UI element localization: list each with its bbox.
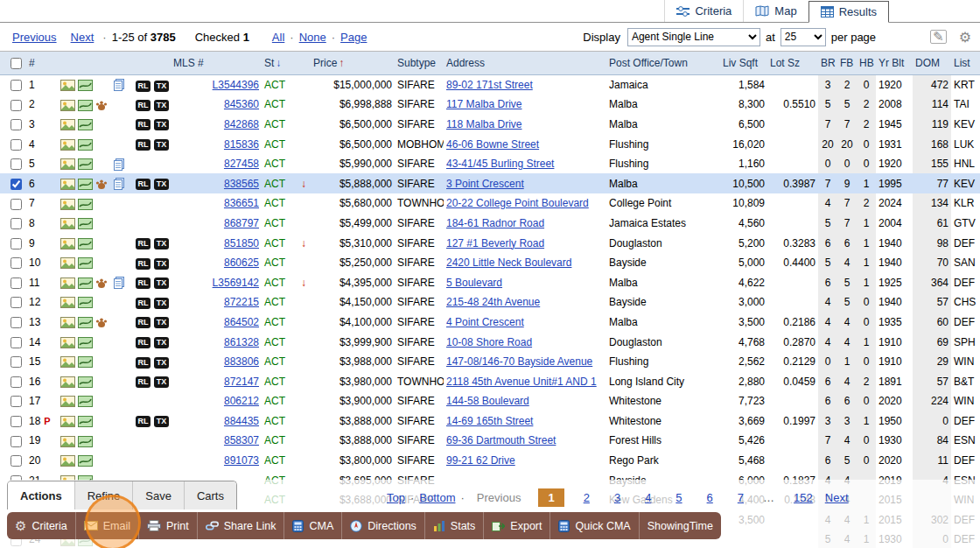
tab-results[interactable]: Results <box>808 1 889 23</box>
virtual-tour-icon[interactable] <box>78 100 93 111</box>
mls-link[interactable]: 883806 <box>224 355 259 368</box>
footer-tab-save[interactable]: Save <box>132 481 184 509</box>
documents-icon[interactable] <box>113 178 126 190</box>
virtual-tour-icon[interactable] <box>78 297 93 308</box>
virtual-tour-icon[interactable] <box>78 218 93 229</box>
address-link[interactable]: 10-08 Shore Road <box>446 336 532 348</box>
row-checkbox[interactable] <box>10 297 22 308</box>
rl-badge[interactable]: RL <box>136 179 150 190</box>
address-link[interactable]: 14-69 165th Street <box>446 415 533 427</box>
footer-tab-carts[interactable]: Carts <box>184 481 236 509</box>
select-none-link[interactable]: None <box>299 31 326 44</box>
virtual-tour-icon[interactable] <box>78 317 93 328</box>
share-link-button[interactable]: Share Link <box>198 512 285 539</box>
previous-link[interactable]: Previous <box>12 31 57 44</box>
photos-icon[interactable] <box>60 139 75 151</box>
photos-icon[interactable] <box>60 416 75 427</box>
photos-icon[interactable] <box>60 297 75 308</box>
mls-link[interactable]: 851850 <box>224 237 259 249</box>
print-button[interactable]: Print <box>139 512 198 539</box>
virtual-tour-icon[interactable] <box>78 158 93 170</box>
row-checkbox[interactable] <box>10 158 22 170</box>
virtual-tour-icon[interactable] <box>78 356 93 368</box>
address-link[interactable]: 69-36 Dartmouth Street <box>446 434 556 446</box>
col-price[interactable]: Price↑ <box>311 52 395 75</box>
tx-badge[interactable]: TX <box>154 119 169 130</box>
mls-link[interactable]: 806212 <box>224 395 259 407</box>
showingtime-button[interactable]: ShowingTime <box>640 512 721 539</box>
col-town[interactable]: Post Office/Town <box>606 52 720 75</box>
address-link[interactable]: 99-21 62 Drive <box>446 454 515 467</box>
tx-badge[interactable]: TX <box>154 238 169 249</box>
mls-link[interactable]: 815836 <box>224 138 259 151</box>
virtual-tour-icon[interactable] <box>78 179 93 190</box>
mls-link[interactable]: 842868 <box>224 118 259 130</box>
row-checkbox[interactable] <box>10 396 22 407</box>
footer-tab-refine[interactable]: Refine <box>74 481 133 509</box>
edit-icon[interactable]: ✎ <box>930 30 947 44</box>
select-all-checkbox[interactable] <box>10 58 22 69</box>
rl-badge[interactable]: RL <box>136 298 150 309</box>
col-address[interactable]: Address <box>444 52 606 75</box>
tx-badge[interactable]: TX <box>154 139 169 151</box>
row-checkbox[interactable] <box>10 238 22 249</box>
rl-badge[interactable]: RL <box>136 416 150 427</box>
col-lot-sz[interactable]: Lot Sz <box>767 52 818 75</box>
mls-link[interactable]: 884435 <box>224 415 259 427</box>
rl-badge[interactable]: RL <box>136 337 150 348</box>
address-link[interactable]: 2420 Little Neck Boulevard <box>446 256 571 269</box>
rl-badge[interactable]: RL <box>136 100 150 111</box>
cma-button[interactable]: CMA <box>284 512 342 539</box>
mls-link[interactable]: 872147 <box>224 376 259 388</box>
quick-cma-button[interactable]: Quick CMA <box>550 512 639 539</box>
page-link[interactable]: 6 <box>707 491 713 504</box>
tx-badge[interactable]: TX <box>154 317 169 328</box>
row-checkbox[interactable] <box>10 119 22 130</box>
address-link[interactable]: 43-41/45 Burling Street <box>446 158 554 170</box>
address-link[interactable]: 46-06 Bowne Street <box>446 138 539 151</box>
rl-badge[interactable]: RL <box>136 357 150 369</box>
virtual-tour-icon[interactable] <box>78 376 93 388</box>
pagination-next[interactable]: Next <box>825 491 849 504</box>
page-link[interactable]: 3 <box>614 491 620 504</box>
virtual-tour-icon[interactable] <box>78 436 93 447</box>
tx-badge[interactable]: TX <box>154 298 169 309</box>
address-link[interactable]: 117 Malba Drive <box>446 98 522 110</box>
row-checkbox[interactable] <box>10 455 22 467</box>
address-link[interactable]: 184-61 Radnor Road <box>446 217 544 229</box>
photos-icon[interactable] <box>60 436 75 447</box>
next-link[interactable]: Next <box>71 31 94 44</box>
photos-icon[interactable] <box>60 356 75 368</box>
tx-badge[interactable]: TX <box>154 179 169 190</box>
tab-criteria[interactable]: Criteria <box>664 0 743 22</box>
col-subtype[interactable]: Subtype <box>395 52 444 75</box>
photos-icon[interactable] <box>60 337 75 348</box>
address-link[interactable]: 118 Malba Drive <box>446 118 522 130</box>
row-checkbox[interactable] <box>10 179 22 190</box>
mls-link[interactable]: 860625 <box>224 256 259 269</box>
col-fb[interactable]: FB <box>837 52 857 75</box>
col-yr-blt[interactable]: Yr Blt <box>876 52 913 75</box>
row-checkbox[interactable] <box>10 100 22 111</box>
row-checkbox[interactable] <box>10 416 22 427</box>
address-link[interactable]: 3 Point Crescent <box>446 178 524 190</box>
page-link[interactable]: 5 <box>676 491 682 504</box>
mls-link[interactable]: 861328 <box>224 336 259 348</box>
row-checkbox[interactable] <box>10 376 22 388</box>
col-mls[interactable]: MLS # <box>171 52 262 75</box>
row-checkbox[interactable] <box>10 317 22 328</box>
photos-icon[interactable] <box>60 179 75 190</box>
virtual-tour-icon[interactable] <box>78 80 93 91</box>
address-link[interactable]: 4 Point Crescent <box>446 316 524 328</box>
select-all-link[interactable]: All <box>272 31 284 44</box>
address-link[interactable]: 20-22 College Point Boulevard <box>446 197 589 209</box>
tx-badge[interactable]: TX <box>154 278 169 289</box>
rl-badge[interactable]: RL <box>136 317 150 328</box>
page-link[interactable]: 4 <box>645 491 651 504</box>
mls-link[interactable]: 864502 <box>224 316 259 328</box>
mls-link[interactable]: 838565 <box>224 178 259 190</box>
row-checkbox[interactable] <box>10 139 22 151</box>
mls-link[interactable]: 891073 <box>224 454 259 467</box>
tx-badge[interactable]: TX <box>154 416 169 427</box>
col-status[interactable]: St↓ <box>262 52 297 75</box>
